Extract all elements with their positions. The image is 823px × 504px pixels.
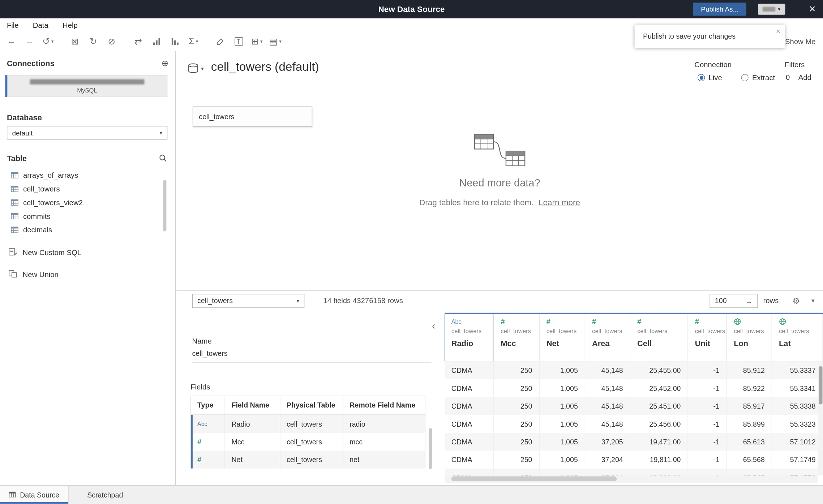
connection-item[interactable]: MySQL [5, 75, 168, 97]
fields-header-0: Type [191, 396, 225, 415]
learn-more-link[interactable]: Learn more [539, 198, 580, 207]
grid-horizontal-scrollbar-thumb[interactable] [451, 477, 617, 481]
fields-header-1: Field Name [225, 396, 280, 415]
database-select[interactable]: default ▾ [7, 126, 167, 140]
show-me-button[interactable]: Show Me [785, 32, 816, 51]
grid-row[interactable]: CDMA2501,00545,14825,456.00-185.89955.33… [445, 415, 823, 433]
menu-file[interactable]: File [7, 21, 19, 29]
grid-cell: CDMA [445, 397, 494, 415]
grid-row[interactable]: CDMA2501,00545,14825,452.00-185.92255.33… [445, 379, 823, 397]
grid-row[interactable]: CDMA2501,00545,14825,455.00-185.91255.33… [445, 362, 823, 379]
grid-cell: 1,005 [540, 415, 585, 433]
custom-sql-icon [9, 248, 17, 257]
grid-cell: 1,005 [540, 379, 585, 397]
data-pane: cell_towers ▾ 14 fields 43276158 rows 10… [176, 290, 823, 485]
column-table-name: cell_towers [695, 328, 726, 334]
grid-cell: 55.3337 [772, 362, 823, 379]
table-list-scrollbar[interactable] [163, 180, 167, 231]
clear-sheet-button[interactable]: ⊠ [66, 34, 84, 49]
row-limit-input[interactable]: 100 → [710, 294, 758, 308]
grid-cell: CDMA [445, 433, 494, 451]
grid-horizontal-scrollbar[interactable] [445, 475, 818, 483]
grid-header-row: Abccell_towersRadio#cell_towersMcc#cell_… [445, 313, 823, 361]
replay-icon: ↺ [42, 36, 50, 47]
add-connection-icon[interactable]: ⊕ [162, 58, 168, 68]
name-input[interactable]: cell_towers [192, 349, 431, 362]
datasource-icon[interactable]: ▾ [187, 63, 203, 73]
filters-add-button[interactable]: Add [798, 73, 811, 81]
fields-scrollbar[interactable] [429, 428, 432, 469]
grid-column-header-lon[interactable]: cell_towersLon [727, 314, 772, 361]
publish-as-button[interactable]: Publish As... [693, 3, 746, 16]
grid-row[interactable]: CDMA2501,00545,14825,451.00-185.91755.33… [445, 397, 823, 415]
column-table-name: cell_towers [637, 328, 687, 334]
grid-column-header-unit[interactable]: #cell_towersUnit [688, 314, 727, 361]
grid-column-header-net[interactable]: #cell_towersNet [540, 314, 585, 361]
table-item-cell_towers[interactable]: cell_towers [0, 182, 169, 196]
field-type-icon: Abc [197, 421, 207, 427]
sort-descending-button[interactable] [166, 34, 184, 49]
grid-cell: 19,471.00 [630, 433, 688, 451]
grid-column-header-area[interactable]: #cell_towersArea [585, 314, 630, 361]
table-item-arrays_of_arrays[interactable]: arrays_of_arrays [0, 168, 169, 182]
tab-scratchpad[interactable]: Scratchpad [78, 486, 132, 504]
fields-row[interactable]: #Mcccell_towersmcc [191, 433, 426, 451]
sort-descending-icon [171, 38, 179, 45]
clear-formatting-button[interactable]: ⊘ [102, 34, 121, 49]
new-union-label: New Union [22, 270, 58, 279]
menu-help[interactable]: Help [63, 21, 78, 29]
fields-row[interactable]: AbcRadiocell_towersradio [191, 415, 426, 433]
grid-cell: 65.613 [727, 433, 772, 451]
swap-rows-columns-button[interactable]: ⇄ [129, 34, 147, 49]
show-cards-button[interactable]: ▤▾ [266, 34, 284, 49]
highlight-button[interactable] [211, 34, 230, 49]
back-icon: ← [7, 36, 16, 47]
live-radio[interactable]: Live [698, 73, 722, 82]
grid-cell: -1 [688, 469, 727, 475]
apply-row-limit-icon[interactable]: → [745, 297, 753, 305]
back-button[interactable]: ← [2, 34, 21, 49]
grid-cell: 25,451.00 [630, 397, 688, 415]
grid-cell: 37,205 [585, 433, 630, 451]
table-select[interactable]: cell_towers ▾ [192, 294, 304, 308]
refresh-button[interactable]: ↻ [84, 34, 102, 49]
gear-icon[interactable]: ⚙ [793, 291, 800, 311]
fields-rows-summary: 14 fields 43276158 rows [323, 291, 403, 311]
grid-options-chevron-icon[interactable]: ▾ [811, 291, 815, 311]
grid-column-header-radio[interactable]: Abccell_towersRadio [445, 314, 494, 361]
grid-column-header-mcc[interactable]: #cell_towersMcc [494, 314, 539, 361]
cell-size-button[interactable]: ⊞▾ [248, 34, 266, 49]
grid-row[interactable]: CDMA2501,00537,20519,471.00-165.61357.10… [445, 433, 823, 451]
grid-vertical-scrollbar[interactable] [818, 362, 823, 475]
table-list: arrays_of_arrayscell_towerscell_towers_v… [0, 168, 169, 237]
canvas-table-node[interactable]: cell_towers [193, 107, 312, 127]
show-mark-labels-button[interactable]: T [230, 34, 248, 49]
new-custom-sql-item[interactable]: New Custom SQL [0, 246, 175, 259]
tooltip-close-icon[interactable]: × [776, 27, 781, 36]
cell-size-icon: ⊞ [251, 36, 259, 47]
search-icon[interactable] [159, 154, 167, 162]
grid-column-header-cell[interactable]: #cell_towersCell [630, 314, 688, 361]
grid-vertical-scrollbar-thumb[interactable] [819, 366, 822, 405]
table-item-cell_towers_view2[interactable]: cell_towers_view2 [0, 196, 169, 210]
tab-data-source[interactable]: Data Source [0, 486, 69, 504]
menu-data[interactable]: Data [33, 21, 48, 29]
sort-ascending-button[interactable] [147, 34, 166, 49]
forward-button[interactable]: → [21, 34, 39, 49]
collapse-pane-icon[interactable]: ‹ [432, 320, 435, 332]
close-window-button[interactable]: × [809, 0, 816, 18]
replay-button[interactable]: ↺▾ [39, 34, 57, 49]
fields-label: Fields [190, 383, 210, 391]
table-item-commits[interactable]: commits [0, 209, 169, 223]
grid-row[interactable]: CDMA2501,00537,20419,811.00-165.56857.17… [445, 451, 823, 468]
extract-radio[interactable]: Extract [741, 73, 775, 82]
table-item-decimals[interactable]: decimals [0, 223, 169, 237]
grid-column-header-lat[interactable]: cell_towersLat [772, 314, 823, 361]
totals-button[interactable]: Σ▾ [184, 34, 203, 49]
fields-row[interactable]: #Netcell_towersnet [191, 451, 426, 468]
grid-cell: 250 [494, 433, 539, 451]
account-menu[interactable]: ▾ [758, 4, 785, 14]
show-cards-icon: ▤ [269, 36, 278, 47]
grid-row[interactable]: CDMA2501,00537,20419,863.00-165.56557.17… [445, 469, 823, 475]
new-union-item[interactable]: New Union [0, 268, 175, 281]
